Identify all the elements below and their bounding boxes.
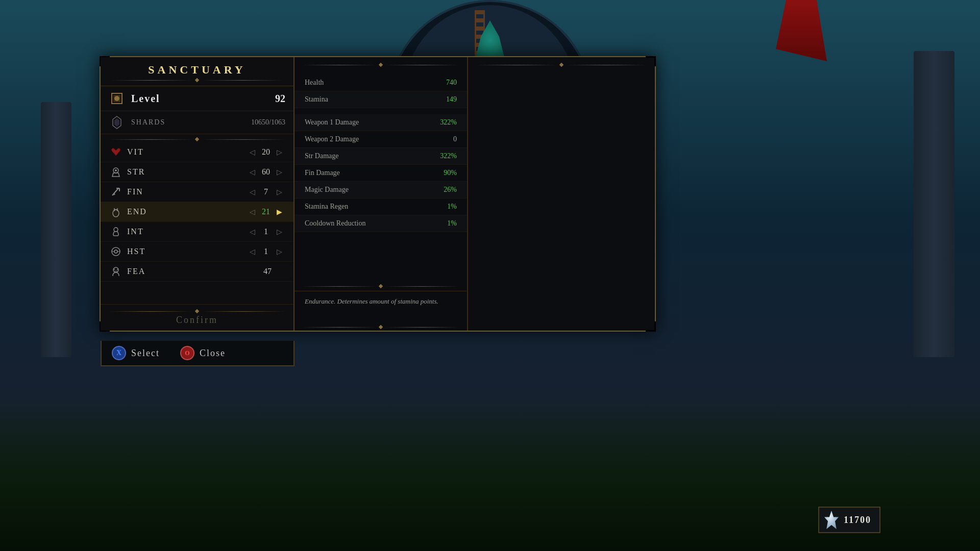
close-icon-o: O [180,346,194,360]
str-label: STR [127,167,247,177]
panel-title-area: SANCTUARY [101,57,293,86]
level-icon [109,90,125,107]
str-value: 60 [258,167,274,177]
title-ornament [111,79,283,82]
detail-row-w1dmg: Weapon 1 Damage 322% [295,114,467,131]
svg-point-21 [114,269,115,270]
desc-bottom-ornament [295,323,467,331]
end-icon [109,205,123,219]
end-value: 21 [258,207,274,216]
stat-row-hst[interactable]: HST ◁ 1 ▷ [101,242,293,262]
detail-row-stamregen: Stamina Regen 1% [295,198,467,215]
hst-arrow-right[interactable]: ▷ [274,247,285,256]
hst-arrow-left[interactable]: ◁ [247,247,258,256]
vit-icon [109,145,123,159]
detail-row-health: Health 740 [295,74,467,91]
svg-point-14 [114,228,118,232]
fin-value: 7 [258,187,274,196]
stat-row-end[interactable]: END ◁ 21 ▶ [101,202,293,222]
magicdmg-value: 26% [431,186,457,194]
health-label: Health [305,79,431,87]
vit-arrow-right[interactable]: ▷ [274,148,285,157]
int-arrow-right[interactable]: ▷ [274,228,285,236]
stat-row-fea[interactable]: FEA 47 [101,262,293,282]
confirm-area: Confirm [101,304,293,331]
end-label: END [127,207,247,216]
svg-marker-4 [114,118,119,127]
bg-pillar-left [41,102,71,357]
middle-panel: Health 740 Stamina 149 Weapon 1 Damage 3… [295,57,468,331]
stat-row-int[interactable]: INT ◁ 1 ▷ [101,222,293,242]
stats-list: VIT ◁ 20 ▷ STR ◁ 60 ▷ [101,142,293,304]
level-label: Level [131,93,269,105]
detail-row-magicdmg: Magic Damage 26% [295,182,467,198]
middle-top-ornament [295,59,467,70]
detail-row-findmg: Fin Damage 90% [295,165,467,182]
bg-pillar-right [914,51,954,357]
description-text: Endurance. Determines amount of stamina … [305,297,438,305]
left-panel: SANCTUARY Level 92 [101,57,295,331]
fin-arrow-left[interactable]: ◁ [247,188,258,196]
cdred-value: 1% [431,219,457,228]
stats-detail-list: Health 740 Stamina 149 Weapon 1 Damage 3… [295,70,467,280]
shards-value: 10650/1063 [251,118,285,127]
fin-icon [109,185,123,199]
o-symbol: O [185,349,189,357]
vit-value: 20 [258,147,274,157]
svg-line-7 [112,188,118,195]
w2dmg-value: 0 [431,135,457,143]
fea-icon [109,264,123,279]
str-arrow-right[interactable]: ▷ [274,168,285,177]
middle-bottom-ornament [295,282,467,291]
findmg-value: 90% [431,169,457,177]
vit-label: VIT [127,147,247,157]
int-icon [109,224,123,239]
hst-icon [109,244,123,259]
bg-cloak [776,0,827,61]
w1dmg-value: 322% [431,118,457,127]
right-panel [468,57,655,331]
close-button[interactable]: O Close [180,346,226,360]
strdmg-label: Str Damage [305,152,431,160]
shards-icon [109,114,125,131]
svg-point-2 [114,96,119,101]
stat-row-vit[interactable]: VIT ◁ 20 ▷ [101,142,293,162]
end-arrow-left[interactable]: ◁ [247,208,258,216]
shards-label: SHARDS [131,118,245,127]
svg-point-17 [114,250,117,253]
currency-value: 11700 [844,515,871,525]
main-panel: SANCTUARY Level 92 [100,56,656,332]
vit-arrow-left[interactable]: ◁ [247,148,258,157]
stamregen-value: 1% [431,203,457,211]
str-arrow-left[interactable]: ◁ [247,168,258,177]
panel-title: SANCTUARY [111,63,283,77]
corner-tr [646,56,656,66]
fea-label: FEA [127,267,193,276]
fin-arrow-right[interactable]: ▷ [274,188,285,196]
hst-value: 1 [258,247,274,256]
fin-label: FIN [127,187,247,196]
svg-point-6 [115,169,117,171]
findmg-label: Fin Damage [305,169,431,177]
corner-br [646,321,656,332]
magicdmg-label: Magic Damage [305,186,431,194]
shards-section: SHARDS 10650/1063 [101,111,293,134]
end-arrow-right[interactable]: ▶ [274,208,285,216]
x-symbol: X [116,349,121,357]
close-label: Close [200,348,226,359]
str-icon [109,165,123,179]
confirm-text: Confirm [109,315,285,325]
confirm-ornament [109,310,285,313]
svg-point-10 [113,210,119,217]
stat-row-str[interactable]: STR ◁ 60 ▷ [101,162,293,182]
hst-label: HST [127,247,247,256]
select-button[interactable]: X Select [112,346,160,360]
bottom-buttons: X Select O Close [101,341,295,366]
w1dmg-label: Weapon 1 Damage [305,118,431,127]
int-arrow-left[interactable]: ◁ [247,228,258,236]
detail-row-cdred: Cooldown Reduction 1% [295,215,467,232]
health-value: 740 [431,79,457,87]
level-section: Level 92 [101,86,293,111]
stat-row-fin[interactable]: FIN ◁ 7 ▷ [101,182,293,202]
cdred-label: Cooldown Reduction [305,219,431,228]
